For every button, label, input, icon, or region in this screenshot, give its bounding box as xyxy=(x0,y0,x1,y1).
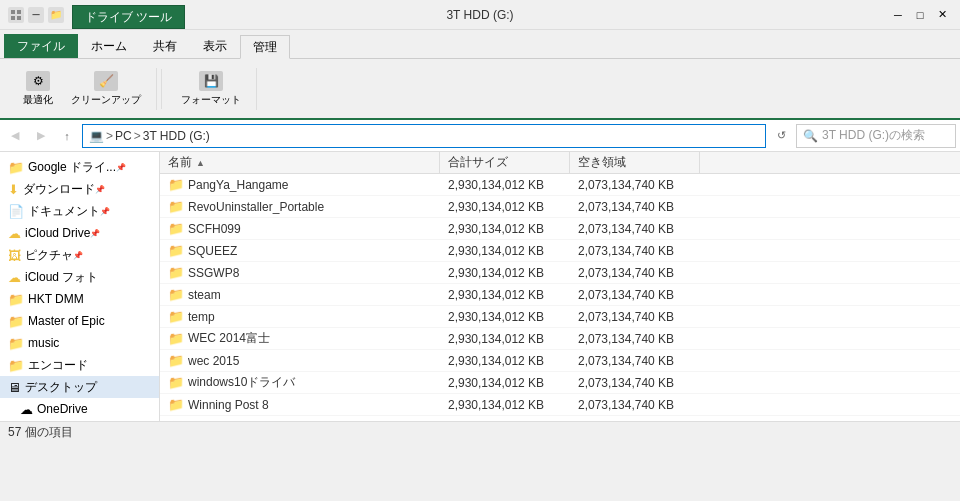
folder-icon: 📁 xyxy=(168,199,184,214)
tab-home[interactable]: ホーム xyxy=(78,34,140,58)
optimize-btn[interactable]: ⚙ 最適化 xyxy=(16,68,60,110)
file-size: 2,930,134,012 KB xyxy=(440,200,570,214)
refresh-button[interactable]: ↺ xyxy=(770,125,792,147)
sidebar-label: デスクトップ xyxy=(25,379,97,396)
sidebar-label: music xyxy=(28,336,59,350)
back-button[interactable]: ◀ xyxy=(4,125,26,147)
tab-share[interactable]: 共有 xyxy=(140,34,190,58)
file-name: 📁 XMedia Recode xyxy=(160,419,440,421)
addressbar: ◀ ▶ ↑ 💻 > PC > 3T HDD (G:) ↺ 🔍 3T HDD (G… xyxy=(0,120,960,152)
optimize-icon: ⚙ xyxy=(26,71,50,91)
address-path[interactable]: 💻 > PC > 3T HDD (G:) xyxy=(82,124,766,148)
sidebar-item-desktop[interactable]: 🖥 デスクトップ xyxy=(0,376,159,398)
table-row[interactable]: 📁 SQUEEZ 2,930,134,012 KB 2,073,134,740 … xyxy=(160,240,960,262)
table-row[interactable]: 📁 steam 2,930,134,012 KB 2,073,134,740 K… xyxy=(160,284,960,306)
ribbon-content: ⚙ 最適化 🧹 クリーンアップ 💾 フォーマット xyxy=(0,58,960,118)
tab-manage[interactable]: 管理 xyxy=(240,35,290,59)
table-row[interactable]: 📁 XMedia Recode 2,930,134,012 KB 2,073,1… xyxy=(160,416,960,421)
table-row[interactable]: 📁 wec 2015 2,930,134,012 KB 2,073,134,74… xyxy=(160,350,960,372)
file-size: 2,930,134,012 KB xyxy=(440,244,570,258)
ribbon-tabs: ファイル ホーム 共有 表示 管理 xyxy=(0,30,960,58)
folder-icon: 📁 xyxy=(168,353,184,368)
file-name: 📁 RevoUninstaller_Portable xyxy=(160,199,440,214)
folder-icon: 📁 xyxy=(8,336,24,351)
tab-file[interactable]: ファイル xyxy=(4,34,78,58)
file-name: 📁 wec 2015 xyxy=(160,353,440,368)
sidebar-item-encode[interactable]: 📁 エンコード xyxy=(0,354,159,376)
sidebar-item-google-drive[interactable]: 📁 Google ドライ... 📌 xyxy=(0,156,159,178)
path-pc: PC xyxy=(115,129,132,143)
path-drive: 3T HDD (G:) xyxy=(143,129,210,143)
table-row[interactable]: 📁 SSGWP8 2,930,134,012 KB 2,073,134,740 … xyxy=(160,262,960,284)
quick-access-icon[interactable]: ─ xyxy=(28,7,44,23)
table-row[interactable]: 📁 WEC 2014富士 2,930,134,012 KB 2,073,134,… xyxy=(160,328,960,350)
sidebar-label: ダウンロード xyxy=(23,181,95,198)
table-row[interactable]: 📁 Winning Post 8 2,930,134,012 KB 2,073,… xyxy=(160,394,960,416)
file-size: 2,930,134,012 KB xyxy=(440,354,570,368)
up-button[interactable]: ↑ xyxy=(56,125,78,147)
window-title: 3T HDD (G:) xyxy=(446,8,513,22)
titlebar: ─ 📁 ドライブ ツール 3T HDD (G:) ─ □ ✕ xyxy=(0,0,960,30)
cleanup-icon: 🧹 xyxy=(94,71,118,91)
file-name: 📁 steam xyxy=(160,287,440,302)
table-row[interactable]: 📁 temp 2,930,134,012 KB 2,073,134,740 KB xyxy=(160,306,960,328)
pin-icon: 📌 xyxy=(116,163,126,172)
table-row[interactable]: 📁 windows10ドライバ 2,930,134,012 KB 2,073,1… xyxy=(160,372,960,394)
svg-rect-1 xyxy=(17,10,21,14)
folder-icon: ⬇ xyxy=(8,182,19,197)
sidebar-label: エンコード xyxy=(28,357,88,374)
table-row[interactable]: 📁 PangYa_Hangame 2,930,134,012 KB 2,073,… xyxy=(160,174,960,196)
col-header-size[interactable]: 合計サイズ xyxy=(440,152,570,173)
sidebar-item-documents[interactable]: 📄 ドキュメント 📌 xyxy=(0,200,159,222)
folder-icon: 📁 xyxy=(168,287,184,302)
cloud-icon: ☁ xyxy=(8,270,21,285)
sidebar-item-pictures[interactable]: 🖼 ピクチャ 📌 xyxy=(0,244,159,266)
ribbon-group-tools: ⚙ 最適化 🧹 クリーンアップ xyxy=(8,68,157,110)
format-icon: 💾 xyxy=(199,71,223,91)
sidebar-item-downloads[interactable]: ⬇ ダウンロード 📌 xyxy=(0,178,159,200)
sidebar-label: HKT DMM xyxy=(28,292,84,306)
sidebar-item-music[interactable]: 📁 music xyxy=(0,332,159,354)
table-row[interactable]: 📁 RevoUninstaller_Portable 2,930,134,012… xyxy=(160,196,960,218)
sidebar-item-master-of-epic[interactable]: 📁 Master of Epic xyxy=(0,310,159,332)
table-row[interactable]: 📁 SCFH099 2,930,134,012 KB 2,073,134,740… xyxy=(160,218,960,240)
drive-tools-tab[interactable]: ドライブ ツール xyxy=(72,5,185,29)
sidebar-label: ピクチャ xyxy=(25,247,73,264)
sort-arrow: ▲ xyxy=(196,158,205,168)
file-free: 2,073,134,740 KB xyxy=(570,398,700,412)
search-box[interactable]: 🔍 3T HDD (G:)の検索 xyxy=(796,124,956,148)
format-btn[interactable]: 💾 フォーマット xyxy=(174,68,248,110)
folder-icon: 📁 xyxy=(8,314,24,329)
folder-icon: 🖼 xyxy=(8,248,21,263)
file-free: 2,073,134,740 KB xyxy=(570,266,700,280)
file-free: 2,073,134,740 KB xyxy=(570,200,700,214)
sidebar-label: OneDrive xyxy=(37,402,88,416)
folder-icon: 📁 xyxy=(8,292,24,307)
file-name: 📁 Winning Post 8 xyxy=(160,397,440,412)
sidebar-item-hkt-dmm[interactable]: 📁 HKT DMM xyxy=(0,288,159,310)
file-name: 📁 WEC 2014富士 xyxy=(160,330,440,347)
close-button[interactable]: ✕ xyxy=(932,5,952,25)
cleanup-btn[interactable]: 🧹 クリーンアップ xyxy=(64,68,148,110)
file-size: 2,930,134,012 KB xyxy=(440,310,570,324)
pin-icon: 📌 xyxy=(73,251,83,260)
forward-button[interactable]: ▶ xyxy=(30,125,52,147)
file-size: 2,930,134,012 KB xyxy=(440,376,570,390)
minimize-button[interactable]: ─ xyxy=(888,5,908,25)
sidebar-item-icloud-photos[interactable]: ☁ iCloud フォト xyxy=(0,266,159,288)
sidebar-item-onedrive[interactable]: ☁ OneDrive xyxy=(0,398,159,420)
col-header-free[interactable]: 空き領域 xyxy=(570,152,700,173)
main-area: 📁 Google ドライ... 📌 ⬇ ダウンロード 📌 📄 ドキュメント 📌 … xyxy=(0,152,960,421)
file-size: 2,930,134,012 KB xyxy=(440,222,570,236)
sidebar-item-icloud-drive[interactable]: ☁ iCloud Drive 📌 xyxy=(0,222,159,244)
file-size: 2,930,134,012 KB xyxy=(440,332,570,346)
file-free: 2,073,134,740 KB xyxy=(570,420,700,422)
maximize-button[interactable]: □ xyxy=(910,5,930,25)
sidebar-item-nama[interactable]: 👤 nama xyxy=(0,420,159,421)
tab-view[interactable]: 表示 xyxy=(190,34,240,58)
search-placeholder: 3T HDD (G:)の検索 xyxy=(822,127,925,144)
col-header-name[interactable]: 名前 ▲ xyxy=(160,152,440,173)
folder-icon: 📁 xyxy=(168,397,184,412)
file-free: 2,073,134,740 KB xyxy=(570,288,700,302)
file-name: 📁 SSGWP8 xyxy=(160,265,440,280)
